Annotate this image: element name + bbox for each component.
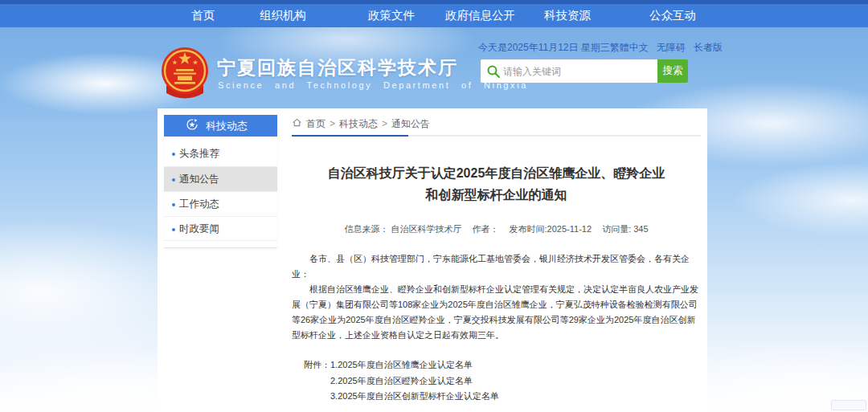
sidebar-title: 科技动态 [206,119,248,133]
article-panel: 首页 > 科技动态 > 通知公告 自治区科技厅关于认定2025年度自治区雏鹰企业… [292,115,701,405]
search-input[interactable] [503,59,654,83]
breadcrumb-sci-tech-news[interactable]: 科技动态 [339,117,378,131]
nav-item-gov-info[interactable]: 政府信息公开 [445,4,515,27]
sidebar: 科技动态 头条推荐 通知公告 工作动态 时政要闻 [164,115,277,248]
meta-author: 作者： [473,224,499,234]
search-bar: 搜索 [481,59,688,83]
attachments: 附件： 1.2025年度自治区雏鹰企业认定名单 2.2025年度自治区瞪羚企业认… [304,357,701,405]
meta-publish-date: 发布时间:2025-11-12 [510,224,592,234]
article-title: 自治区科技厅关于认定2025年度自治区雏鹰企业、瞪羚企业 和创新型标杆企业的通知 [292,162,701,206]
article-title-line2: 和创新型标杆企业的通知 [292,184,701,206]
breadcrumb-divider [292,135,701,137]
current-date: 今天是2025年11月12日 星期三 [478,41,610,55]
content-card: 科技动态 头条推荐 通知公告 工作动态 时政要闻 首页 > 科技动 [158,108,707,412]
utility-bar: 今天是2025年11月12日 星期三 繁體中文 无障碍 长者版 [478,41,701,55]
home-icon [292,117,302,130]
sidebar-item-work-news[interactable]: 工作动态 [164,191,277,216]
attachment-link-2[interactable]: 2.2025年度自治区瞪羚企业认定名单 [330,373,499,390]
sidebar-header: 科技动态 [164,115,277,137]
breadcrumb-separator: > [330,118,335,129]
meta-visit-count: 访问量: 345 [602,224,648,234]
nav-item-policy[interactable]: 政策文件 [368,4,415,27]
nav-item-organization[interactable]: 组织机构 [260,4,306,27]
floating-widget[interactable] [831,400,866,410]
article-body: 各市、县（区）科技管理部门，宁东能源化工基地管委会，银川经济技术开发区管委会，各… [292,251,701,343]
link-traditional-chinese[interactable]: 繁體中文 [610,41,649,55]
search-button[interactable]: 搜索 [657,59,688,83]
search-icon [486,64,501,82]
breadcrumb: 首页 > 科技动态 > 通知公告 [292,115,701,133]
sidebar-menu: 头条推荐 通知公告 工作动态 时政要闻 [164,141,277,247]
attachments-label: 附件： [304,357,330,405]
site-title: 宁夏回族自治区科学技术厅 [217,55,458,80]
main-navigation: 首页 组织机构 政策文件 政府信息公开 科技资源 公众互动 [0,4,868,27]
meta-source: 信息来源： 自治区科学技术厅 [344,224,461,234]
page: 首页 组织机构 政策文件 政府信息公开 科技资源 公众互动 宁夏回族自治区科学技… [0,0,868,412]
sidebar-item-headlines[interactable]: 头条推荐 [164,141,277,166]
link-elderly-version[interactable]: 长者版 [694,41,723,55]
link-accessibility[interactable]: 无障碍 [657,41,686,55]
article-paragraph: 根据自治区雏鹰企业、瞪羚企业和创新型标杆企业认定管理有关规定，决定认定半亩良人农… [292,282,701,343]
attachment-link-3[interactable]: 3.2025年度自治区创新型标杆企业认定名单 [330,389,499,405]
sidebar-item-notices[interactable]: 通知公告 [164,166,277,191]
sci-tech-news-icon [186,118,199,133]
national-emblem-logo [160,45,210,106]
nav-item-home[interactable]: 首页 [191,4,215,27]
breadcrumb-notices[interactable]: 通知公告 [391,117,430,131]
article-title-line1: 自治区科技厅关于认定2025年度自治区雏鹰企业、瞪羚企业 [292,162,701,184]
article-meta: 信息来源： 自治区科学技术厅 作者： 发布时间:2025-11-12 访问量: … [292,223,701,235]
breadcrumb-home[interactable]: 首页 [306,117,326,131]
breadcrumb-separator: > [382,118,387,129]
article-paragraph: 各市、县（区）科技管理部门，宁东能源化工基地管委会，银川经济技术开发区管委会，各… [292,251,701,282]
nav-item-resources[interactable]: 科技资源 [544,4,591,27]
attachment-link-1[interactable]: 1.2025年度自治区雏鹰企业认定名单 [330,357,499,373]
nav-item-interaction[interactable]: 公众互动 [649,4,696,27]
sidebar-item-political-news[interactable]: 时政要闻 [164,216,277,241]
